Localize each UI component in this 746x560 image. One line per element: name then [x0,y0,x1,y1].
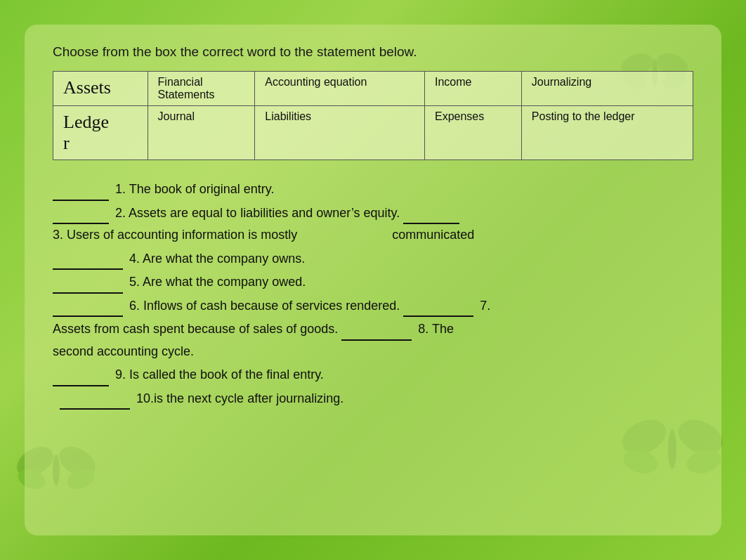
statement-1-text: 1. The book of original entry. [115,182,274,196]
blank-5 [53,270,123,294]
blank-2 [53,201,109,225]
statement-8a-text: Assets from cash spent because of sales … [53,322,341,336]
statement-2-text: 2. Assets are equal to liabilities and o… [115,206,403,220]
word-liabilities: Liabilities [255,106,425,160]
statement-6-text: 6. Inflows of cash because of services r… [129,299,403,313]
main-container: Choose from the box the correct word to … [25,25,721,535]
blank-2b [403,201,459,225]
blank-9 [53,363,109,386]
statement-10-text: 10.is the next cycle after journalizing. [136,391,343,405]
statement-8c-text: second accounting cycle. [53,344,194,358]
word-box-row-2: Ledger Journal Liabilities Expenses Post… [53,106,693,160]
word-journal: Journal [148,106,255,160]
word-journalizing: Journalizing [521,72,693,106]
word-income: Income [424,72,521,106]
blank-4 [53,247,123,271]
word-financial-statements: FinancialStatements [148,72,255,106]
word-ledger: Ledger [53,106,148,160]
word-expenses: Expenses [424,106,521,160]
blank-7 [403,294,473,318]
statement-9-text: 9. Is called the book of the final entry… [115,367,324,382]
instruction-text: Choose from the box the correct word to … [53,44,693,60]
word-posting-to-ledger: Posting to the ledger [521,106,693,160]
word-box-table: Assets FinancialStatements Accounting eq… [53,71,693,160]
statement-5-text: 5. Are what the company owed. [129,275,306,289]
statement-7-text: 7. [480,299,490,313]
statement-4: 4. Are what the company owns. [53,247,693,271]
statement-3: 3. Users of accounting information is mo… [53,224,693,247]
blank-6 [53,294,123,318]
statements-section: 1. The book of original entry. 2. Assets… [53,177,693,410]
word-box-row-1: Assets FinancialStatements Accounting eq… [53,72,693,106]
statement-5: 5. Are what the company owed. [53,270,693,294]
statement-8b-text: 8. The [418,322,454,336]
statement-10: 10.is the next cycle after journalizing. [53,386,693,410]
blank-8 [341,317,412,341]
statement-2: 2. Assets are equal to liabilities and o… [53,201,693,225]
statement-9: 9. Is called the book of the final entry… [53,363,693,386]
blank-1 [53,177,109,201]
statement-8c: second accounting cycle. [53,341,693,363]
statement-3-text: 3. Users of accounting information is mo… [53,228,474,242]
blank-10 [60,386,130,410]
word-accounting-equation: Accounting equation [255,72,425,106]
word-assets: Assets [53,72,148,106]
statement-1: 1. The book of original entry. [53,177,693,201]
statement-8: Assets from cash spent because of sales … [53,317,693,341]
statement-6: 6. Inflows of cash because of services r… [53,294,693,318]
statement-4-text: 4. Are what the company owns. [129,252,305,266]
